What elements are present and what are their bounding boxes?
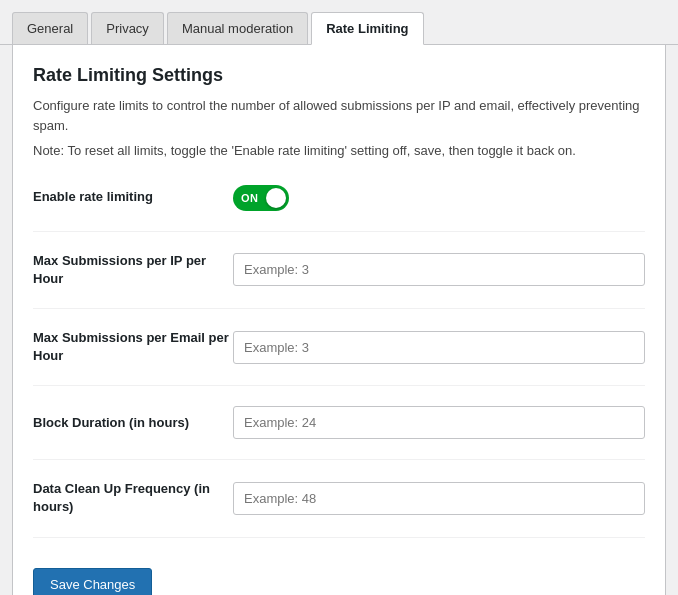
max-email-row: Max Submissions per Email per Hour	[33, 329, 645, 386]
page-wrapper: General Privacy Manual moderation Rate L…	[0, 0, 678, 595]
data-cleanup-input[interactable]	[233, 482, 645, 515]
tab-rate-limiting[interactable]: Rate Limiting	[311, 12, 423, 45]
content-area: Rate Limiting Settings Configure rate li…	[12, 45, 666, 595]
note-text: Note: To reset all limits, toggle the 'E…	[33, 141, 645, 161]
toggle-knob	[266, 188, 286, 208]
data-cleanup-label: Data Clean Up Frequency (in hours)	[33, 480, 233, 516]
max-ip-row: Max Submissions per IP per Hour	[33, 252, 645, 309]
enable-rate-limiting-label: Enable rate limiting	[33, 188, 233, 206]
data-cleanup-control	[233, 482, 645, 515]
block-duration-input[interactable]	[233, 406, 645, 439]
footer-row: Save Changes	[33, 558, 645, 595]
page-title: Rate Limiting Settings	[33, 65, 645, 86]
max-email-control	[233, 331, 645, 364]
block-duration-label: Block Duration (in hours)	[33, 414, 233, 432]
tabs-bar: General Privacy Manual moderation Rate L…	[0, 0, 678, 45]
enable-rate-limiting-row: Enable rate limiting ON	[33, 185, 645, 232]
toggle-on-label: ON	[241, 192, 259, 204]
max-email-label: Max Submissions per Email per Hour	[33, 329, 233, 365]
tab-privacy[interactable]: Privacy	[91, 12, 164, 44]
data-cleanup-row: Data Clean Up Frequency (in hours)	[33, 480, 645, 537]
toggle-wrapper: ON	[233, 185, 645, 211]
description-text: Configure rate limits to control the num…	[33, 96, 645, 135]
tab-manual-moderation[interactable]: Manual moderation	[167, 12, 308, 44]
save-button[interactable]: Save Changes	[33, 568, 152, 595]
tab-general[interactable]: General	[12, 12, 88, 44]
max-ip-input[interactable]	[233, 253, 645, 286]
toggle-control: ON	[233, 185, 645, 211]
max-ip-label: Max Submissions per IP per Hour	[33, 252, 233, 288]
max-ip-control	[233, 253, 645, 286]
block-duration-control	[233, 406, 645, 439]
rate-limiting-toggle[interactable]: ON	[233, 185, 289, 211]
max-email-input[interactable]	[233, 331, 645, 364]
block-duration-row: Block Duration (in hours)	[33, 406, 645, 460]
